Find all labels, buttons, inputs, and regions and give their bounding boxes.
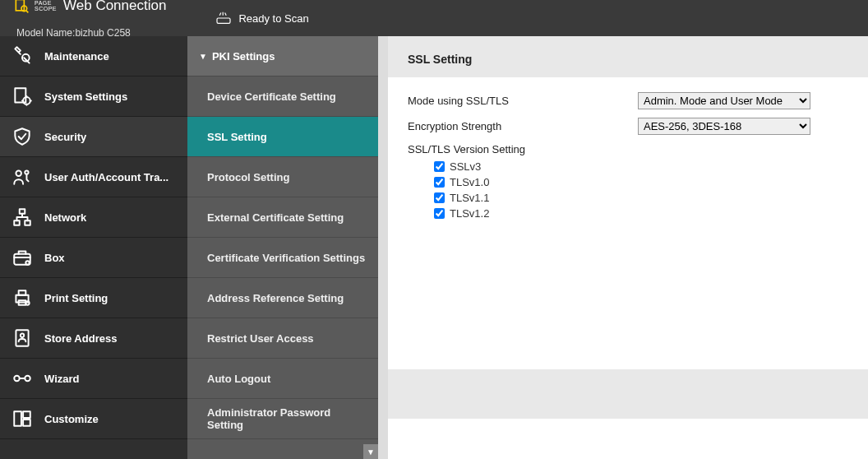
encryption-select[interactable]: AES-256, 3DES-168 (638, 118, 810, 135)
svg-point-23 (25, 376, 30, 382)
svg-rect-26 (23, 420, 30, 426)
version-row: TLSv1.2 (434, 207, 848, 220)
sidebar-item-wand[interactable]: Wizard (0, 359, 187, 399)
version-checkbox[interactable] (434, 192, 445, 203)
sidebar-item-gear-doc[interactable]: System Settings (0, 76, 187, 117)
svg-rect-14 (14, 254, 30, 265)
svg-line-2 (26, 11, 29, 13)
scanner-icon (215, 12, 232, 25)
sidebar-item-label: Store Address (44, 332, 117, 345)
sidebar-item-box[interactable]: Box (0, 238, 187, 278)
svg-rect-17 (19, 290, 26, 294)
svg-point-8 (23, 97, 30, 104)
submenu-item[interactable]: Administrator Password Setting (187, 399, 378, 439)
svg-rect-3 (217, 18, 230, 23)
pagescope-icon (13, 0, 30, 14)
submenu-item[interactable]: SSL Setting (187, 117, 378, 157)
submenu-item[interactable]: Address Reference Setting (187, 278, 378, 318)
svg-rect-20 (16, 330, 28, 346)
version-section-label: SSL/TLS Version Setting (408, 143, 848, 155)
maintenance-icon (12, 45, 33, 67)
scanner-status: Ready to Scan (215, 12, 308, 25)
scroll-down-handle[interactable]: ▼ (363, 444, 378, 459)
svg-point-22 (14, 376, 20, 382)
submenu-item[interactable]: External Certificate Setting (187, 197, 378, 238)
version-checkbox[interactable] (434, 208, 445, 219)
version-label: SSLv3 (450, 160, 481, 173)
box-icon (12, 247, 33, 268)
svg-point-15 (25, 261, 29, 264)
sidebar-item-users-key[interactable]: User Auth/Account Tra... (0, 157, 187, 197)
sidebar-item-label: User Auth/Account Tra... (44, 171, 169, 183)
version-checkbox[interactable] (434, 177, 445, 188)
encryption-label: Encryption Strength (408, 120, 638, 132)
sidebar-item-label: Wizard (44, 373, 80, 385)
sidebar-item-address[interactable]: Store Address (0, 318, 187, 359)
page-title: SSL Setting (408, 53, 848, 66)
logo: PAGE SCOPE (13, 0, 57, 14)
submenu-item[interactable]: Restrict User Access (187, 318, 378, 359)
version-label: TLSv1.0 (450, 176, 489, 188)
sidebar-item-label: Customize (44, 413, 99, 425)
address-icon (12, 327, 33, 349)
sidebar-item-label: Print Setting (44, 292, 108, 304)
network-icon (12, 206, 33, 228)
svg-point-19 (25, 301, 29, 304)
sidebar-sub: ▼ PKI Settings Device Certificate Settin… (187, 36, 378, 459)
version-row: TLSv1.1 (434, 192, 848, 204)
gear-doc-icon (12, 86, 33, 107)
sidebar-item-network[interactable]: Network (0, 197, 187, 238)
sidebar-item-label: System Settings (44, 90, 127, 103)
sidebar-item-label: Security (44, 131, 86, 143)
version-checkbox[interactable] (434, 161, 445, 172)
sidebar-item-printer[interactable]: Print Setting (0, 278, 187, 318)
svg-point-21 (21, 334, 24, 337)
version-row: SSLv3 (434, 160, 848, 173)
sidebar-item-maintenance[interactable]: Maintenance (0, 36, 187, 76)
users-key-icon (12, 166, 33, 188)
svg-rect-25 (23, 411, 30, 418)
mode-select[interactable]: Admin. Mode and User Mode (638, 92, 810, 109)
layout-icon (12, 408, 33, 429)
svg-line-6 (225, 13, 227, 16)
sidebar-item-shield[interactable]: Security (0, 117, 187, 157)
printer-icon (12, 287, 33, 308)
submenu-item[interactable]: Auto Logout (187, 359, 378, 399)
chevron-down-icon: ▼ (199, 52, 207, 61)
svg-rect-7 (15, 88, 25, 102)
sidebar-item-label: Maintenance (44, 50, 109, 63)
svg-rect-24 (14, 411, 21, 425)
sidebar-item-layout[interactable]: Customize (0, 399, 187, 439)
submenu-item[interactable]: Device Certificate Setting (187, 76, 378, 117)
submenu-item[interactable]: Protocol Setting (187, 157, 378, 197)
content-panel: SSL Setting Mode using SSL/TLS Admin. Mo… (388, 36, 868, 459)
svg-point-9 (16, 170, 21, 176)
content-scrollbar[interactable] (378, 36, 388, 459)
wand-icon (12, 368, 33, 389)
app-title: Web Connection (63, 0, 166, 14)
svg-line-4 (220, 13, 222, 16)
svg-rect-0 (16, 0, 24, 11)
submenu-header[interactable]: ▼ PKI Settings (187, 36, 378, 76)
mode-label: Mode using SSL/TLS (408, 95, 638, 107)
sidebar-main: MaintenanceSystem SettingsSecurityUser A… (0, 36, 187, 459)
version-label: TLSv1.1 (450, 192, 489, 204)
logo-text-top: PAGE (35, 0, 57, 6)
header: PAGE SCOPE Web Connection Model Name:biz… (0, 0, 868, 36)
shield-icon (12, 126, 33, 147)
version-label: TLSv1.2 (450, 207, 489, 220)
sidebar-item-label: Box (44, 252, 65, 264)
sidebar-item-label: Network (44, 211, 86, 224)
version-row: TLSv1.0 (434, 176, 848, 188)
content-footer (388, 369, 868, 419)
submenu-item[interactable]: Certificate Verification Settings (187, 238, 378, 278)
logo-text-bottom: SCOPE (35, 6, 57, 12)
